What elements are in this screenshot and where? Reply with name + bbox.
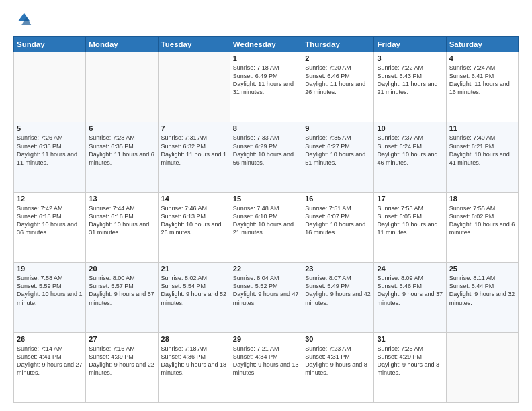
- page: SundayMondayTuesdayWednesdayThursdayFrid…: [0, 0, 532, 411]
- day-info: Sunrise: 7:25 AM Sunset: 4:29 PM Dayligh…: [377, 345, 443, 377]
- day-info: Sunrise: 7:44 AM Sunset: 6:16 PM Dayligh…: [89, 204, 154, 237]
- day-number: 24: [377, 265, 443, 273]
- weekday-header-wednesday: Wednesday: [230, 37, 302, 52]
- weekday-header-tuesday: Tuesday: [158, 37, 230, 52]
- calendar-cell: 19Sunrise: 7:58 AM Sunset: 5:59 PM Dayli…: [14, 263, 86, 332]
- weekday-header-saturday: Saturday: [446, 37, 518, 52]
- calendar-cell: 9Sunrise: 7:35 AM Sunset: 6:27 PM Daylig…: [302, 122, 374, 192]
- calendar-cell: 8Sunrise: 7:33 AM Sunset: 6:29 PM Daylig…: [230, 122, 302, 192]
- day-info: Sunrise: 7:24 AM Sunset: 6:41 PM Dayligh…: [449, 64, 515, 97]
- day-info: Sunrise: 7:35 AM Sunset: 6:27 PM Dayligh…: [305, 134, 371, 167]
- weekday-header-friday: Friday: [374, 37, 446, 52]
- day-number: 25: [449, 265, 515, 273]
- calendar-cell: 22Sunrise: 8:04 AM Sunset: 5:52 PM Dayli…: [230, 263, 302, 332]
- day-number: 6: [89, 124, 154, 132]
- calendar-week-5: 26Sunrise: 7:14 AM Sunset: 4:41 PM Dayli…: [14, 332, 519, 402]
- weekday-header-sunday: Sunday: [14, 37, 86, 52]
- calendar-cell: 12Sunrise: 7:42 AM Sunset: 6:18 PM Dayli…: [14, 192, 86, 262]
- day-info: Sunrise: 7:20 AM Sunset: 6:46 PM Dayligh…: [305, 64, 371, 97]
- calendar-cell: 29Sunrise: 7:21 AM Sunset: 4:34 PM Dayli…: [230, 332, 302, 402]
- day-info: Sunrise: 7:31 AM Sunset: 6:32 PM Dayligh…: [161, 134, 227, 167]
- day-number: 14: [161, 195, 227, 203]
- day-info: Sunrise: 7:42 AM Sunset: 6:18 PM Dayligh…: [17, 204, 83, 237]
- weekday-header-monday: Monday: [86, 37, 158, 52]
- calendar-cell: 4Sunrise: 7:24 AM Sunset: 6:41 PM Daylig…: [446, 52, 518, 122]
- day-number: 9: [305, 124, 371, 132]
- day-number: 17: [377, 195, 443, 203]
- day-info: Sunrise: 7:16 AM Sunset: 4:39 PM Dayligh…: [89, 345, 154, 377]
- calendar-cell: [86, 52, 158, 122]
- calendar-cell: 1Sunrise: 7:18 AM Sunset: 6:49 PM Daylig…: [230, 52, 302, 122]
- day-info: Sunrise: 8:07 AM Sunset: 5:49 PM Dayligh…: [305, 274, 371, 307]
- calendar-cell: 31Sunrise: 7:25 AM Sunset: 4:29 PM Dayli…: [374, 332, 446, 402]
- calendar-cell: 14Sunrise: 7:46 AM Sunset: 6:13 PM Dayli…: [158, 192, 230, 262]
- day-info: Sunrise: 7:37 AM Sunset: 6:24 PM Dayligh…: [377, 134, 443, 167]
- calendar-cell: 30Sunrise: 7:23 AM Sunset: 4:31 PM Dayli…: [302, 332, 374, 402]
- day-number: 18: [449, 195, 515, 203]
- day-number: 15: [233, 195, 299, 203]
- logo: [13, 11, 35, 30]
- day-info: Sunrise: 7:23 AM Sunset: 4:31 PM Dayligh…: [305, 345, 371, 377]
- day-number: 28: [161, 335, 227, 343]
- day-number: 27: [89, 335, 154, 343]
- calendar-cell: 26Sunrise: 7:14 AM Sunset: 4:41 PM Dayli…: [14, 332, 86, 402]
- day-number: 23: [305, 265, 371, 273]
- calendar-cell: [446, 332, 518, 402]
- day-number: 8: [233, 124, 299, 132]
- day-number: 21: [161, 265, 227, 273]
- day-number: 7: [161, 124, 227, 132]
- day-info: Sunrise: 8:02 AM Sunset: 5:54 PM Dayligh…: [161, 274, 227, 307]
- day-info: Sunrise: 7:51 AM Sunset: 6:07 PM Dayligh…: [305, 204, 371, 237]
- calendar-cell: 2Sunrise: 7:20 AM Sunset: 6:46 PM Daylig…: [302, 52, 374, 122]
- calendar-cell: 3Sunrise: 7:22 AM Sunset: 6:43 PM Daylig…: [374, 52, 446, 122]
- calendar-cell: 5Sunrise: 7:26 AM Sunset: 6:38 PM Daylig…: [14, 122, 86, 192]
- day-number: 19: [17, 265, 83, 273]
- day-info: Sunrise: 8:09 AM Sunset: 5:46 PM Dayligh…: [377, 274, 443, 307]
- calendar-cell: 10Sunrise: 7:37 AM Sunset: 6:24 PM Dayli…: [374, 122, 446, 192]
- calendar-cell: 21Sunrise: 8:02 AM Sunset: 5:54 PM Dayli…: [158, 263, 230, 332]
- day-number: 31: [377, 335, 443, 343]
- calendar-cell: 23Sunrise: 8:07 AM Sunset: 5:49 PM Dayli…: [302, 263, 374, 332]
- calendar-week-2: 5Sunrise: 7:26 AM Sunset: 6:38 PM Daylig…: [14, 122, 519, 192]
- day-number: 20: [89, 265, 154, 273]
- calendar-week-3: 12Sunrise: 7:42 AM Sunset: 6:18 PM Dayli…: [14, 192, 519, 262]
- calendar-cell: 18Sunrise: 7:55 AM Sunset: 6:02 PM Dayli…: [446, 192, 518, 262]
- calendar-cell: 15Sunrise: 7:48 AM Sunset: 6:10 PM Dayli…: [230, 192, 302, 262]
- logo-icon: [13, 11, 32, 30]
- day-number: 3: [377, 54, 443, 62]
- calendar-cell: 11Sunrise: 7:40 AM Sunset: 6:21 PM Dayli…: [446, 122, 518, 192]
- day-number: 29: [233, 335, 299, 343]
- day-number: 5: [17, 124, 83, 132]
- day-number: 16: [305, 195, 371, 203]
- calendar-cell: 7Sunrise: 7:31 AM Sunset: 6:32 PM Daylig…: [158, 122, 230, 192]
- day-info: Sunrise: 7:40 AM Sunset: 6:21 PM Dayligh…: [449, 134, 515, 167]
- day-info: Sunrise: 8:00 AM Sunset: 5:57 PM Dayligh…: [89, 274, 154, 307]
- calendar-cell: 20Sunrise: 8:00 AM Sunset: 5:57 PM Dayli…: [86, 263, 158, 332]
- day-info: Sunrise: 7:28 AM Sunset: 6:35 PM Dayligh…: [89, 134, 154, 167]
- calendar-cell: 16Sunrise: 7:51 AM Sunset: 6:07 PM Dayli…: [302, 192, 374, 262]
- day-number: 12: [17, 195, 83, 203]
- day-number: 10: [377, 124, 443, 132]
- calendar-cell: 25Sunrise: 8:11 AM Sunset: 5:44 PM Dayli…: [446, 263, 518, 332]
- calendar-cell: 17Sunrise: 7:53 AM Sunset: 6:05 PM Dayli…: [374, 192, 446, 262]
- day-info: Sunrise: 7:58 AM Sunset: 5:59 PM Dayligh…: [17, 274, 83, 307]
- day-info: Sunrise: 7:18 AM Sunset: 4:36 PM Dayligh…: [161, 345, 227, 377]
- day-number: 22: [233, 265, 299, 273]
- day-info: Sunrise: 7:18 AM Sunset: 6:49 PM Dayligh…: [233, 64, 299, 97]
- calendar-cell: [158, 52, 230, 122]
- calendar-table: SundayMondayTuesdayWednesdayThursdayFrid…: [13, 36, 519, 403]
- weekday-header-row: SundayMondayTuesdayWednesdayThursdayFrid…: [14, 37, 519, 52]
- day-number: 11: [449, 124, 515, 132]
- day-info: Sunrise: 8:11 AM Sunset: 5:44 PM Dayligh…: [449, 274, 515, 307]
- day-info: Sunrise: 7:46 AM Sunset: 6:13 PM Dayligh…: [161, 204, 227, 237]
- day-info: Sunrise: 7:55 AM Sunset: 6:02 PM Dayligh…: [449, 204, 515, 237]
- day-info: Sunrise: 7:53 AM Sunset: 6:05 PM Dayligh…: [377, 204, 443, 237]
- day-info: Sunrise: 7:14 AM Sunset: 4:41 PM Dayligh…: [17, 345, 83, 377]
- calendar-week-4: 19Sunrise: 7:58 AM Sunset: 5:59 PM Dayli…: [14, 263, 519, 332]
- weekday-header-thursday: Thursday: [302, 37, 374, 52]
- day-info: Sunrise: 7:22 AM Sunset: 6:43 PM Dayligh…: [377, 64, 443, 97]
- day-number: 4: [449, 54, 515, 62]
- day-info: Sunrise: 7:21 AM Sunset: 4:34 PM Dayligh…: [233, 345, 299, 377]
- calendar-cell: 13Sunrise: 7:44 AM Sunset: 6:16 PM Dayli…: [86, 192, 158, 262]
- header: [13, 11, 519, 30]
